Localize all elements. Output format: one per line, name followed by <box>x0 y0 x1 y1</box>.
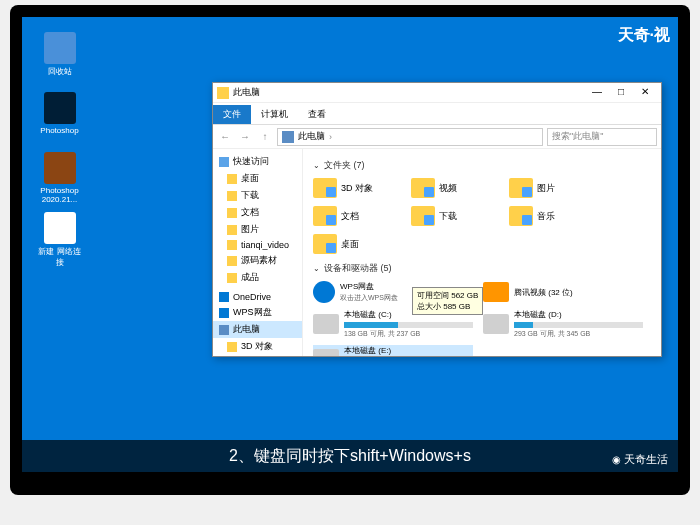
sidebar-item[interactable]: 桌面 <box>213 170 302 187</box>
ribbon-view[interactable]: 查看 <box>298 105 336 124</box>
folder-item[interactable]: 桌面 <box>313 234 383 254</box>
drive-e[interactable]: 本地磁盘 (E:)562... <box>313 345 473 356</box>
drive-tencent[interactable]: 腾讯视频 (32 位) <box>483 281 643 303</box>
drive-tooltip: 可用空间 562 GB 总大小 585 GB <box>412 287 483 315</box>
forward-button[interactable]: → <box>237 129 253 145</box>
minimize-button[interactable]: — <box>585 85 609 101</box>
sidebar-quick-access[interactable]: 快速访问 <box>213 153 302 170</box>
sidebar-item[interactable]: 成品 <box>213 269 302 286</box>
desktop-icon-doc[interactable]: 新建 网络连接 <box>37 212 82 268</box>
content-pane: 文件夹 (7) 3D 对象 视频 图片 文档 下载 音乐 桌面 设备和驱动器 (… <box>303 149 661 356</box>
pc-icon <box>282 131 294 143</box>
sidebar-item[interactable]: 文档 <box>213 204 302 221</box>
titlebar[interactable]: 此电脑 — □ ✕ <box>213 83 661 103</box>
sidebar-item[interactable]: tianqi_video <box>213 238 302 252</box>
sidebar-item[interactable]: 图片 <box>213 221 302 238</box>
folder-icon <box>217 87 229 99</box>
watermark-top-right: 天奇·视 <box>618 25 670 46</box>
watermark-bottom-right: 天奇生活 <box>612 452 668 467</box>
sidebar-item[interactable]: 下载 <box>213 187 302 204</box>
folders-header[interactable]: 文件夹 (7) <box>313 159 651 172</box>
folder-item[interactable]: 3D 对象 <box>313 178 383 198</box>
sidebar-item[interactable]: 源码素材 <box>213 252 302 269</box>
up-button[interactable]: ↑ <box>257 129 273 145</box>
sidebar-item[interactable]: 视频 <box>213 355 302 356</box>
drive-d[interactable]: 本地磁盘 (D:)293 GB 可用, 共 345 GB <box>483 309 643 339</box>
sidebar: 快速访问 桌面 下载 文档 图片 tianqi_video 源码素材 成品 On… <box>213 149 303 356</box>
monitor-frame: 天奇·视 回收站 Photoshop Photoshop 2020.21... … <box>10 5 690 495</box>
sidebar-this-pc[interactable]: 此电脑 <box>213 321 302 338</box>
maximize-button[interactable]: □ <box>609 85 633 101</box>
address-text: 此电脑 <box>298 130 325 143</box>
back-button[interactable]: ← <box>217 129 233 145</box>
address-bar: ← → ↑ 此电脑 › 搜索"此电脑" <box>213 125 661 149</box>
desktop-icon-ps[interactable]: Photoshop <box>37 92 82 135</box>
desktop-screen: 天奇·视 回收站 Photoshop Photoshop 2020.21... … <box>22 17 678 472</box>
explorer-window: 此电脑 — □ ✕ 文件 计算机 查看 ← → ↑ 此电脑 › <box>212 82 662 357</box>
ribbon-computer[interactable]: 计算机 <box>251 105 298 124</box>
sidebar-onedrive[interactable]: OneDrive <box>213 290 302 304</box>
instruction-caption: 2、键盘同时按下shift+Windows+s <box>22 440 678 472</box>
window-title: 此电脑 <box>233 86 585 99</box>
desktop-icon-ps2020[interactable]: Photoshop 2020.21... <box>37 152 82 204</box>
ribbon-file[interactable]: 文件 <box>213 105 251 124</box>
desktop-icon-recycle[interactable]: 回收站 <box>37 32 82 77</box>
folder-item[interactable]: 文档 <box>313 206 383 226</box>
sidebar-wps[interactable]: WPS网盘 <box>213 304 302 321</box>
drives-header[interactable]: 设备和驱动器 (5) <box>313 262 651 275</box>
folder-item[interactable]: 视频 <box>411 178 481 198</box>
folder-item[interactable]: 音乐 <box>509 206 579 226</box>
sidebar-item[interactable]: 3D 对象 <box>213 338 302 355</box>
close-button[interactable]: ✕ <box>633 85 657 101</box>
folder-item[interactable]: 图片 <box>509 178 579 198</box>
ribbon: 文件 计算机 查看 <box>213 103 661 125</box>
address-box[interactable]: 此电脑 › <box>277 128 543 146</box>
folder-item[interactable]: 下载 <box>411 206 481 226</box>
search-input[interactable]: 搜索"此电脑" <box>547 128 657 146</box>
